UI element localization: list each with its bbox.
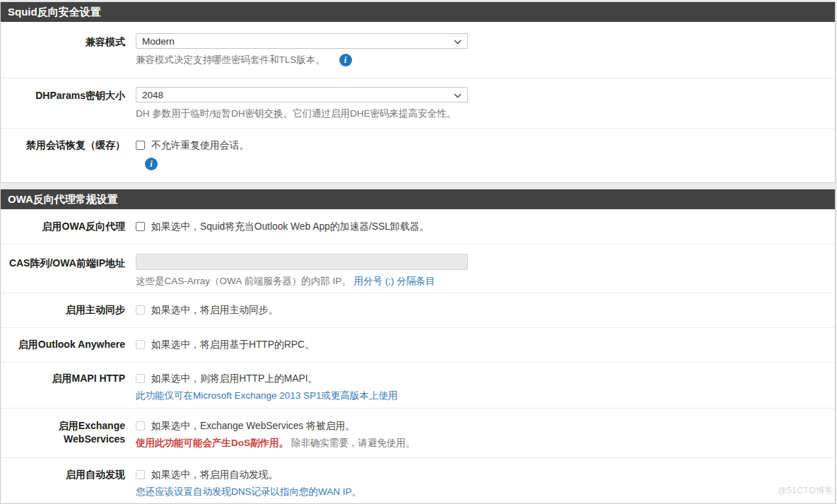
section-title-owa-proxy: OWA反向代理常规设置 xyxy=(1,189,835,209)
dhparams-size-select[interactable]: 2048 xyxy=(136,87,468,102)
disable-session-reuse-option[interactable]: 不允许重复使用会话。 xyxy=(136,139,835,152)
info-icon[interactable]: i xyxy=(145,158,158,170)
checkbox-label: 如果选中，Exchange WebServices 将被启用。 xyxy=(151,419,355,433)
disable-session-reuse-checkbox[interactable] xyxy=(136,141,145,150)
field-label-enable-activesync: 启用主动同步 xyxy=(1,303,135,317)
checkbox-label: 不允许重复使用会话。 xyxy=(151,139,249,152)
owa-proxy-panel: OWA反向代理常规设置 启用OWA反向代理 如果选中，Squid将充当Outlo… xyxy=(0,189,836,504)
enable-mapi-http-checkbox[interactable] xyxy=(136,374,145,383)
field-label-enable-outlook-anywhere: 启用Outlook Anywhere xyxy=(1,338,135,351)
enable-autodiscover-checkbox[interactable] xyxy=(136,470,145,479)
form-row-cas-ip: CAS阵列/OWA前端IP地址 这些是CAS-Array（OWA 前端服务器）的… xyxy=(1,244,835,293)
form-row-disable-session-reuse: 禁用会话恢复（缓存） 不允许重复使用会话。 i xyxy=(1,128,835,182)
field-label-enable-mapi-http: 启用MAPI HTTP xyxy=(1,372,135,385)
enable-owa-option[interactable]: 如果选中，Squid将充当Outlook Web App的加速器/SSL卸载器。 xyxy=(136,220,835,233)
checkbox-label: 如果选中，则将启用HTTP上的MAPI。 xyxy=(151,372,317,385)
checkbox-label: 如果选中，Squid将充当Outlook Web App的加速器/SSL卸载器。 xyxy=(151,220,429,233)
enable-exchange-webservices-checkbox[interactable] xyxy=(136,421,145,430)
help-compat-mode: 兼容模式决定支持哪些密码套件和TLS版本。 i xyxy=(136,53,835,66)
help-dhparams: DH 参数用于临时/短暂DH密钥交换。它们通过启用DHE密码来提高安全性。 xyxy=(136,107,835,120)
form-row-enable-activesync: 启用主动同步 如果选中，将启用主动同步。 xyxy=(1,293,835,327)
help-text: 这些是CAS-Array（OWA 前端服务器）的内部 IP。 xyxy=(136,276,351,286)
compat-mode-select[interactable]: Modern xyxy=(136,33,468,49)
autodiscover-dns-link[interactable]: 您还应该设置自动发现DNS记录以指向您的WAN IP。 xyxy=(136,486,361,497)
field-label-cas-ip: CAS阵列/OWA前端IP地址 xyxy=(1,254,135,270)
squid-security-panel: Squid反向安全设置 兼容模式 Modern 兼容模式决定支持哪些密码套件和T… xyxy=(0,1,836,183)
compat-mode-select-value: Modern xyxy=(142,36,175,47)
separate-entries-link[interactable]: 用分号 (;) 分隔条目 xyxy=(354,276,435,286)
enable-outlook-anywhere-checkbox[interactable] xyxy=(136,340,145,349)
chevron-down-icon xyxy=(454,40,462,45)
field-label-dhparams-size: DHParams密钥大小 xyxy=(1,87,135,102)
form-row-compat-mode: 兼容模式 Modern 兼容模式决定支持哪些密码套件和TLS版本。 i xyxy=(1,22,835,78)
enable-owa-checkbox[interactable] xyxy=(136,222,145,231)
dos-warning-suffix: 除非确实需要，请避免使用。 xyxy=(291,438,416,448)
form-row-dhparams-size: DHParams密钥大小 2048 DH 参数用于临时/短暂DH密钥交换。它们通… xyxy=(1,78,835,128)
help-text: 兼容模式决定支持哪些密码套件和TLS版本。 xyxy=(136,54,325,65)
enable-outlook-anywhere-option[interactable]: 如果选中，将启用基于HTTP的RPC。 xyxy=(136,338,835,351)
field-label-disable-session-reuse: 禁用会话恢复（缓存） xyxy=(1,139,135,152)
dos-warning-text: 使用此功能可能会产生DoS副作用。 xyxy=(136,438,288,448)
form-row-enable-autodiscover: 启用自动发现 如果选中，将启用自动发现。 您还应该设置自动发现DNS记录以指向您… xyxy=(1,457,835,503)
field-label-enable-autodiscover: 启用自动发现 xyxy=(1,468,135,481)
help-cas-ip: 这些是CAS-Array（OWA 前端服务器）的内部 IP。 用分号 (;) 分… xyxy=(136,274,835,288)
watermark: @51CTO博客 xyxy=(778,485,833,497)
info-icon[interactable]: i xyxy=(339,54,352,66)
enable-exchange-webservices-option[interactable]: 如果选中，Exchange WebServices 将被启用。 xyxy=(136,419,835,433)
field-label-enable-owa: 启用OWA反向代理 xyxy=(1,220,135,233)
enable-activesync-checkbox[interactable] xyxy=(136,305,145,315)
mapi-requirement-link[interactable]: 此功能仅可在Microsoft Exchange 2013 SP1或更高版本上使… xyxy=(136,390,398,401)
chevron-down-icon xyxy=(454,93,462,98)
help-text: DH 参数用于临时/短暂DH密钥交换。它们通过启用DHE密码来提高安全性。 xyxy=(136,108,456,119)
dhparams-size-select-value: 2048 xyxy=(142,90,163,100)
enable-activesync-option[interactable]: 如果选中，将启用主动同步。 xyxy=(136,303,835,317)
enable-autodiscover-option[interactable]: 如果选中，将启用自动发现。 xyxy=(136,468,835,481)
section-title-squid-security: Squid反向安全设置 xyxy=(1,2,835,22)
form-row-enable-mapi-http: 启用MAPI HTTP 如果选中，则将启用HTTP上的MAPI。 此功能仅可在M… xyxy=(1,362,835,408)
field-label-compat-mode: 兼容模式 xyxy=(1,33,135,49)
field-label-enable-exchange-webservices: 启用Exchange WebServices xyxy=(1,419,135,446)
form-row-enable-outlook-anywhere: 启用Outlook Anywhere 如果选中，将启用基于HTTP的RPC。 xyxy=(1,327,835,362)
form-row-enable-owa: 启用OWA反向代理 如果选中，Squid将充当Outlook Web App的加… xyxy=(1,209,835,244)
checkbox-label: 如果选中，将启用自动发现。 xyxy=(151,468,278,481)
cas-ip-input[interactable] xyxy=(136,254,468,270)
enable-mapi-http-option[interactable]: 如果选中，则将启用HTTP上的MAPI。 xyxy=(136,372,835,385)
checkbox-label: 如果选中，将启用主动同步。 xyxy=(151,303,278,317)
form-row-enable-exchange-webservices: 启用Exchange WebServices 如果选中，Exchange Web… xyxy=(1,408,835,457)
checkbox-label: 如果选中，将启用基于HTTP的RPC。 xyxy=(151,338,315,351)
